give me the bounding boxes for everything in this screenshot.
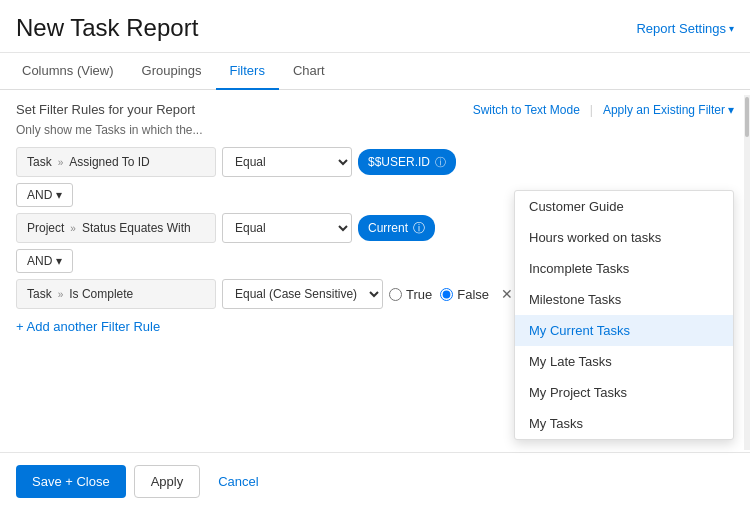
filter-row-1: Task » Assigned To ID Equal Not Equal $$… xyxy=(16,147,734,177)
apply-existing-filter-button[interactable]: Apply an Existing Filter ▾ xyxy=(603,103,734,117)
filter-subtitle: Only show me Tasks in which the... xyxy=(16,123,734,137)
filter-value-badge-1[interactable]: $$USER.ID ⓘ xyxy=(358,149,456,175)
tab-columns[interactable]: Columns (View) xyxy=(8,53,128,90)
radio-false-text: False xyxy=(457,287,489,302)
and-button-1[interactable]: AND ▾ xyxy=(16,183,73,207)
arrow-icon-3: » xyxy=(58,289,64,300)
separator: | xyxy=(590,103,593,117)
tab-filters[interactable]: Filters xyxy=(216,53,279,90)
filter-field-task-label: Task xyxy=(27,155,52,169)
filter-field-3: Task » Is Complete xyxy=(16,279,216,309)
footer: Save + Close Apply Cancel xyxy=(0,452,750,510)
filter-operator-1[interactable]: Equal Not Equal xyxy=(222,147,352,177)
radio-true-label[interactable]: True xyxy=(389,287,432,302)
filter-field-status-label: Status Equates With xyxy=(82,221,191,235)
header: New Task Report Report Settings ▾ xyxy=(0,0,750,53)
main-content: Set Filter Rules for your Report Switch … xyxy=(0,90,750,346)
radio-false-input[interactable] xyxy=(440,288,453,301)
dropdown-item-milestone-tasks[interactable]: Milestone Tasks xyxy=(515,284,733,315)
filter-field-task2-label: Task xyxy=(27,287,52,301)
filter-section-label: Set Filter Rules for your Report xyxy=(16,102,195,117)
cancel-button[interactable]: Cancel xyxy=(208,465,268,498)
existing-filter-dropdown: Customer Guide Hours worked on tasks Inc… xyxy=(514,190,734,440)
filter-header-actions: Switch to Text Mode | Apply an Existing … xyxy=(473,103,734,117)
info-icon-1: ⓘ xyxy=(435,155,446,170)
arrow-icon-1: » xyxy=(58,157,64,168)
dropdown-item-customer-guide[interactable]: Customer Guide xyxy=(515,191,733,222)
radio-true-text: True xyxy=(406,287,432,302)
dropdown-item-my-current-tasks[interactable]: My Current Tasks xyxy=(515,315,733,346)
report-settings-label: Report Settings xyxy=(636,21,726,36)
dropdown-item-hours-worked[interactable]: Hours worked on tasks xyxy=(515,222,733,253)
filter-header: Set Filter Rules for your Report Switch … xyxy=(16,102,734,117)
filter-field-assigned-label: Assigned To ID xyxy=(69,155,150,169)
dropdown-item-my-tasks[interactable]: My Tasks xyxy=(515,408,733,439)
save-close-button[interactable]: Save + Close xyxy=(16,465,126,498)
radio-true-input[interactable] xyxy=(389,288,402,301)
page-title: New Task Report xyxy=(16,14,198,42)
chevron-down-icon: ▾ xyxy=(729,23,734,34)
filter-field-project-label: Project xyxy=(27,221,64,235)
and-button-2[interactable]: AND ▾ xyxy=(16,249,73,273)
chevron-down-icon: ▾ xyxy=(728,103,734,117)
filter-operator-3[interactable]: Equal (Case Sensitive) Equal xyxy=(222,279,383,309)
scrollbar[interactable] xyxy=(744,95,750,450)
tab-groupings[interactable]: Groupings xyxy=(128,53,216,90)
scroll-thumb xyxy=(745,97,749,137)
tab-chart[interactable]: Chart xyxy=(279,53,339,90)
filter-badge-label-1: $$USER.ID xyxy=(368,155,430,169)
dropdown-item-my-project-tasks[interactable]: My Project Tasks xyxy=(515,377,733,408)
chevron-down-icon-and1: ▾ xyxy=(56,188,62,202)
radio-group-true-false: True False ✕ xyxy=(389,286,513,302)
apply-button[interactable]: Apply xyxy=(134,465,201,498)
filter-value-badge-2[interactable]: Current ⓘ xyxy=(358,215,435,241)
info-icon-2: ⓘ xyxy=(413,220,425,237)
filter-field-complete-label: Is Complete xyxy=(69,287,133,301)
close-filter-3-button[interactable]: ✕ xyxy=(501,286,513,302)
tabs-bar: Columns (View) Groupings Filters Chart xyxy=(0,53,750,90)
filter-field-2: Project » Status Equates With xyxy=(16,213,216,243)
chevron-down-icon-and2: ▾ xyxy=(56,254,62,268)
filter-field-1: Task » Assigned To ID xyxy=(16,147,216,177)
switch-text-mode-button[interactable]: Switch to Text Mode xyxy=(473,103,580,117)
report-settings-button[interactable]: Report Settings ▾ xyxy=(636,21,734,36)
filter-operator-2[interactable]: Equal Not Equal xyxy=(222,213,352,243)
dropdown-item-incomplete-tasks[interactable]: Incomplete Tasks xyxy=(515,253,733,284)
radio-false-label[interactable]: False xyxy=(440,287,489,302)
dropdown-item-my-late-tasks[interactable]: My Late Tasks xyxy=(515,346,733,377)
arrow-icon-2: » xyxy=(70,223,76,234)
filter-badge-label-2: Current xyxy=(368,221,408,235)
